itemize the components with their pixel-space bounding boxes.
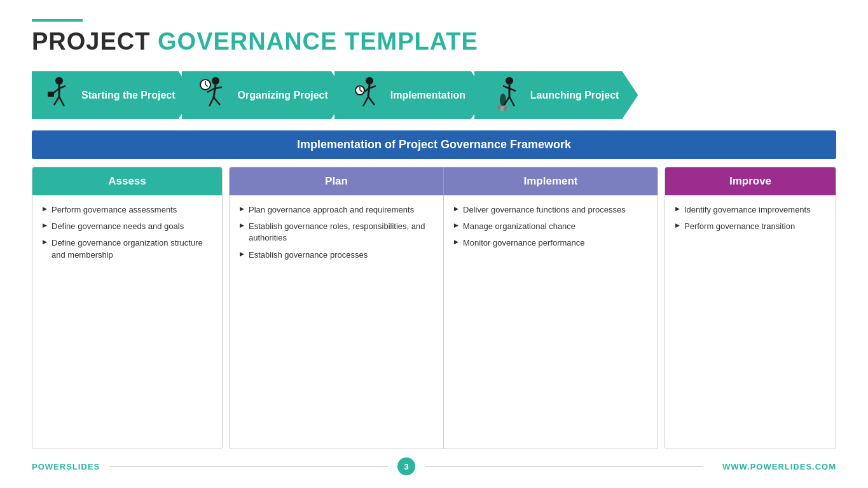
footer: POWERSLIDES 3 WWW.POWERLIDES.COM [32, 454, 836, 475]
svg-line-33 [502, 106, 503, 111]
arrow-label-2: Organizing Project [238, 89, 328, 101]
bottom-grid: Assess Perform governance assessments De… [32, 167, 836, 449]
improve-column: Improve Identify governance improvements… [665, 167, 836, 449]
title-bar: PROJECT GOVERNANCE TEMPLATE [32, 19, 836, 55]
footer-brand-black: POWER [32, 462, 66, 471]
arrow-icon-4 [490, 74, 525, 116]
implement-list: Deliver governance functions and process… [454, 204, 647, 249]
arrow-item-4: Launching Project [487, 71, 638, 119]
improve-body: Identify governance improvements Perform… [665, 195, 836, 449]
footer-page-number: 3 [397, 457, 415, 475]
plan-implement-column: Plan Implement Plan governance approach … [229, 167, 658, 449]
svg-line-5 [59, 97, 64, 106]
implement-item-1: Deliver governance functions and process… [454, 204, 647, 216]
footer-line-left [109, 466, 388, 467]
implement-section: Deliver governance functions and process… [444, 195, 658, 449]
implement-item-3: Monitor governance performance [454, 237, 647, 249]
footer-brand: POWERSLIDES [32, 462, 100, 471]
svg-line-21 [368, 97, 375, 105]
assess-item-2: Define governance needs and goals [43, 221, 212, 232]
improve-header: Improve [665, 167, 836, 195]
assess-column: Assess Perform governance assessments De… [32, 167, 223, 449]
plan-item-3: Establish governance processes [240, 249, 433, 261]
plan-body: Plan governance approach and requirement… [230, 195, 443, 449]
arrow-item-3: Implementation [347, 71, 487, 119]
footer-line-right [425, 466, 703, 467]
arrow-label-3: Implementation [390, 89, 465, 101]
svg-line-30 [509, 97, 514, 106]
assess-body: Perform governance assessments Define go… [32, 195, 222, 449]
arrow-item-2: Organizing Project [195, 71, 347, 119]
title-part1: PROJECT [32, 28, 158, 55]
arrow-icon-2 [198, 74, 233, 116]
plan-implement-headers: Plan Implement [230, 167, 658, 195]
improve-item-2: Perform governance transition [675, 221, 825, 232]
plan-item-2: Establish governance roles, responsibili… [240, 221, 433, 244]
svg-point-7 [212, 77, 219, 85]
title-part2: GOVERNANCE TEMPLATE [158, 28, 478, 55]
assess-list: Perform governance assessments Define go… [43, 204, 212, 261]
plan-list: Plan governance approach and requirement… [240, 204, 433, 261]
implement-item-2: Manage organizational chance [454, 221, 647, 232]
assess-item-1: Perform governance assessments [43, 204, 212, 216]
svg-line-34 [505, 106, 506, 111]
arrow-icon-3 [350, 74, 385, 116]
svg-line-12 [214, 97, 220, 105]
assess-item-3: Define governance organization structure… [43, 237, 212, 260]
footer-brand-teal: SLIDES [66, 462, 100, 471]
plan-header: Plan [230, 167, 444, 195]
implement-header: Implement [444, 167, 658, 195]
svg-line-32 [498, 105, 500, 109]
svg-line-20 [363, 97, 368, 106]
page-container: PROJECT GOVERNANCE TEMPLATE [0, 0, 868, 488]
arrow-label-1: Starting the Project [81, 89, 176, 101]
arrow-item-1: Starting the Project [32, 71, 195, 119]
svg-line-17 [368, 85, 369, 97]
plan-implement-inner: Plan governance approach and requirement… [230, 195, 658, 449]
arrow-icon-1 [41, 74, 76, 116]
blue-banner: Implementation of Project Governance Fra… [32, 130, 836, 159]
arrow-label-4: Launching Project [530, 89, 619, 101]
svg-line-11 [209, 97, 214, 106]
svg-point-25 [506, 77, 513, 85]
implement-body: Deliver governance functions and process… [444, 195, 658, 449]
assess-header: Assess [32, 167, 222, 195]
svg-point-0 [55, 77, 63, 85]
title-accent-line [32, 19, 83, 22]
svg-point-16 [366, 77, 373, 85]
arrow-row: Starting the Project [32, 71, 836, 119]
plan-section: Plan governance approach and requirement… [230, 195, 444, 449]
footer-website: WWW.POWERLIDES.COM [722, 462, 836, 471]
improve-list: Identify governance improvements Perform… [675, 204, 825, 232]
main-title: PROJECT GOVERNANCE TEMPLATE [32, 28, 836, 55]
svg-rect-6 [48, 92, 54, 97]
svg-line-8 [214, 85, 216, 97]
improve-item-1: Identify governance improvements [675, 204, 825, 216]
plan-item-1: Plan governance approach and requirement… [240, 204, 433, 216]
svg-line-4 [54, 97, 59, 105]
svg-point-31 [500, 94, 506, 106]
